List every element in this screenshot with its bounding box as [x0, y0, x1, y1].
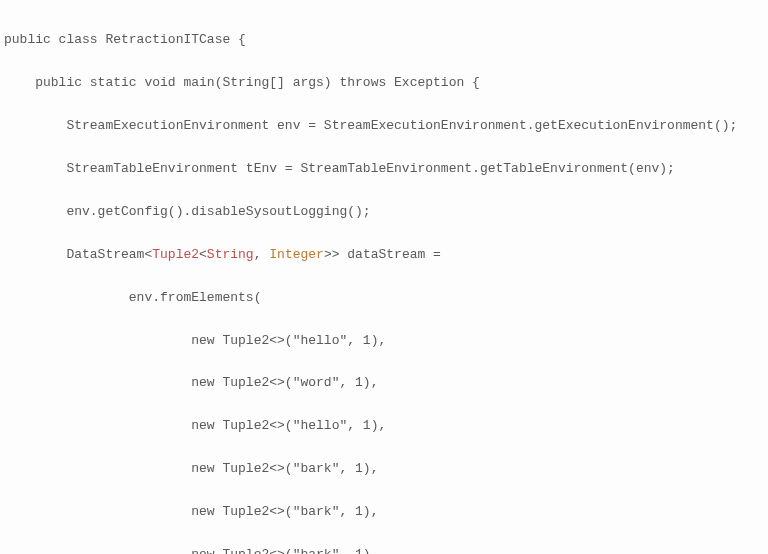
code-line: env.fromElements(: [4, 287, 764, 308]
type-string: String: [207, 247, 254, 262]
code-text: >> dataStream =: [324, 247, 441, 262]
code-line: new Tuple2<>("word", 1),: [4, 372, 764, 393]
code-line: new Tuple2<>("bark", 1),: [4, 544, 764, 554]
code-line: DataStream<Tuple2<String, Integer>> data…: [4, 244, 764, 265]
code-line: StreamExecutionEnvironment env = StreamE…: [4, 115, 764, 136]
code-line: new Tuple2<>("bark", 1),: [4, 458, 764, 479]
code-line: public static void main(String[] args) t…: [4, 72, 764, 93]
code-text: <: [199, 247, 207, 262]
code-line: public class RetractionITCase {: [4, 29, 764, 50]
type-tuple2: Tuple2: [152, 247, 199, 262]
code-line: StreamTableEnvironment tEnv = StreamTabl…: [4, 158, 764, 179]
code-line: new Tuple2<>("bark", 1),: [4, 501, 764, 522]
code-line: new Tuple2<>("hello", 1),: [4, 415, 764, 436]
code-text: ,: [254, 247, 270, 262]
type-integer: Integer: [269, 247, 324, 262]
code-line: env.getConfig().disableSysoutLogging();: [4, 201, 764, 222]
code-text: DataStream<: [4, 247, 152, 262]
code-block: public class RetractionITCase { public s…: [4, 8, 764, 554]
code-line: new Tuple2<>("hello", 1),: [4, 330, 764, 351]
